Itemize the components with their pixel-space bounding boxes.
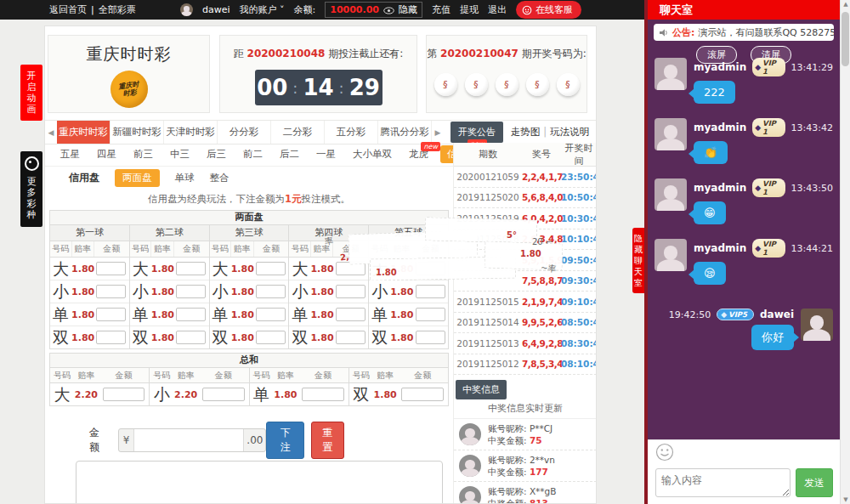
two-sides-mode-button[interactable]: 两面盘: [115, 169, 160, 187]
chat-avatar: [801, 309, 833, 341]
results-panel: 期数 奖号 开奖时间 202001210592,2,4,1,723:50:45 …: [453, 143, 597, 504]
winners-tab[interactable]: 中奖信息: [456, 380, 507, 399]
chat-message-input[interactable]: [655, 468, 790, 497]
scrollbar-thumb[interactable]: [842, 12, 849, 66]
tab-wfc[interactable]: 五分彩: [325, 121, 378, 144]
withdraw-link[interactable]: 提现: [460, 3, 479, 16]
emoji-picker-button[interactable]: [655, 443, 674, 462]
chat-avatar: [654, 239, 687, 271]
bet-amount-input[interactable]: [416, 331, 445, 344]
send-button[interactable]: 发送: [796, 468, 833, 497]
bet-amount-input[interactable]: [96, 308, 126, 321]
more-lottery-button[interactable]: 更多彩种: [20, 151, 42, 227]
chat-bubble: 👏: [694, 141, 728, 164]
subtab-wuxing[interactable]: 五星: [52, 148, 88, 161]
bet-amount-input[interactable]: [96, 331, 126, 344]
bet-amount-input[interactable]: [416, 262, 445, 275]
trend-link[interactable]: 走势图: [511, 126, 541, 138]
tabs-prev-icon[interactable]: ◀: [45, 121, 57, 144]
amount-label: 金额: [89, 426, 108, 455]
recharge-link[interactable]: 充值: [432, 3, 450, 16]
main-panel: 重庆时时彩 重庆时时彩 距 20200210048 期投注截止还有: 00:14…: [44, 25, 597, 504]
scroll-up-icon[interactable]: ▲: [841, 1, 850, 8]
chat-title: 聊天室: [648, 0, 840, 20]
bet-amount-input[interactable]: [103, 388, 145, 401]
result-ball: §: [557, 73, 580, 96]
hide-chat-button[interactable]: 隐藏聊天室: [632, 228, 644, 293]
chat-time: 19:42:50: [669, 309, 711, 320]
tab-ffc[interactable]: 分分彩: [218, 121, 271, 144]
page-scrollbar[interactable]: ▲ ▼: [840, 0, 850, 504]
result-ball: §: [526, 73, 549, 96]
bet-amount-input[interactable]: [176, 262, 206, 275]
bet-amount-input[interactable]: [336, 285, 366, 298]
bet-amount-input[interactable]: [96, 285, 126, 298]
bet-amount-input[interactable]: [176, 285, 206, 298]
result-row: 201911250152,1,9,7,409:10:45: [454, 292, 597, 313]
chat-username: myadmin: [694, 122, 746, 133]
subtab-zhongsan[interactable]: 中三: [162, 148, 198, 161]
bet-amount-input[interactable]: [96, 262, 126, 275]
submit-bet-button[interactable]: 下注: [266, 422, 304, 459]
result-balls: § § § § §: [427, 73, 586, 96]
tab-cqssc[interactable]: 重庆时时彩: [57, 121, 110, 144]
bet-slip-box[interactable]: [76, 461, 443, 504]
balance-box: 10000.00 隐藏: [325, 2, 422, 18]
chat-announcement-bar: 公告: 演示站，有问题联系QQ 5282751 源码完整，这: [654, 24, 834, 41]
animation-toggle-button[interactable]: 开启动画: [20, 65, 42, 121]
subtab-qianer[interactable]: 前二: [235, 148, 271, 161]
result-row: 202001210592,2,4,1,723:50:45: [454, 167, 597, 188]
total-amount-input[interactable]: [134, 429, 243, 451]
hide-balance-link[interactable]: 隐藏: [399, 3, 417, 16]
topbar-divider: |: [91, 4, 94, 15]
single-ball-mode-button[interactable]: 单球: [175, 172, 195, 184]
bet-amount-input[interactable]: [176, 331, 206, 344]
bet-amount-input[interactable]: [256, 285, 286, 298]
two-sides-board: 两面盘 第一球 号码赔率金额 大1.80 小1.80 单1.80 双1.80 第…: [49, 210, 449, 349]
subtab-houer[interactable]: 后二: [271, 148, 308, 161]
bet-amount-input[interactable]: [416, 308, 445, 321]
tabs-next-icon[interactable]: ▶: [432, 121, 444, 144]
reset-button[interactable]: 重置: [311, 422, 344, 459]
tab-efc[interactable]: 二分彩: [271, 121, 325, 144]
bet-amount-input[interactable]: [401, 388, 444, 401]
bet-amount-input[interactable]: [336, 331, 366, 344]
top-bar: 返回首页 | 全部彩票 dawei 我的账户 ˅ 余额: 10000.00 隐藏…: [0, 0, 644, 20]
bet-amount-input[interactable]: [256, 308, 286, 321]
subtab-housan[interactable]: 后三: [198, 148, 235, 161]
amount-input-group: ¥ .00: [118, 428, 267, 452]
betting-area: 五星 四星 前三 中三 后三 前二 后二 一星 大小单双 龙虎 new 信用盘 …: [45, 143, 453, 504]
bet-amount-input[interactable]: [256, 262, 286, 275]
ball-group-3: 第三球 号码赔率金额 大1.80 小1.80 单1.80 双1.80: [210, 225, 290, 348]
scroll-down-icon[interactable]: ▼: [841, 496, 850, 503]
online-service-button[interactable]: 在线客服: [516, 1, 581, 19]
tab-txffc[interactable]: 腾讯分分彩: [378, 121, 432, 144]
bet-amount-input[interactable]: [302, 388, 344, 401]
account-menu[interactable]: 我的账户 ˅: [240, 3, 285, 16]
bet-amount-input[interactable]: [176, 308, 206, 321]
subtab-qiansan[interactable]: 前三: [125, 148, 162, 161]
home-link[interactable]: 返回首页: [49, 3, 87, 16]
total-board: 总和 号码赔率金额 大2.20 号码赔率金额 小2.20 号码赔率金额 单1.8…: [49, 353, 449, 406]
all-lottery-link[interactable]: 全部彩票: [99, 3, 136, 16]
tab-xjssc[interactable]: 新疆时时彩: [110, 121, 164, 144]
rules-link[interactable]: 玩法说明: [550, 126, 589, 138]
winner-avatar: [459, 423, 481, 445]
subtab-daxiaodanshuang[interactable]: 大小单双: [344, 148, 400, 161]
tab-tjssc[interactable]: 天津时时彩: [164, 121, 218, 144]
decimal-suffix: .00: [243, 429, 265, 451]
subtab-longhu[interactable]: 龙虎 new: [400, 148, 437, 161]
bet-amount-input[interactable]: [202, 388, 245, 401]
eye-icon[interactable]: [383, 6, 394, 14]
bet-amount-input[interactable]: [416, 285, 445, 298]
winner-item: 账号昵称: X**gB 中奖金额: 813: [454, 482, 597, 504]
bet-amount-input[interactable]: [336, 262, 366, 275]
bet-amount-input[interactable]: [256, 331, 286, 344]
subtab-yixing[interactable]: 一星: [308, 148, 344, 161]
subtab-sixing[interactable]: 四星: [88, 148, 125, 161]
winner-avatar: [459, 486, 481, 504]
logout-link[interactable]: 退出: [488, 3, 507, 16]
combine-mode-button[interactable]: 整合: [210, 172, 230, 184]
bet-amount-input[interactable]: [336, 308, 366, 321]
credit-mode-label: 信用盘: [69, 171, 99, 185]
